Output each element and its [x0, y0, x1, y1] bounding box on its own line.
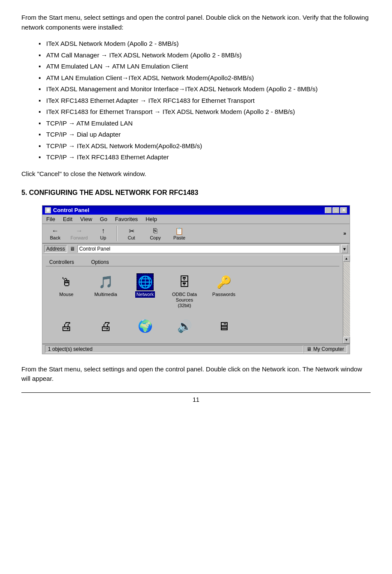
toolbar-more-button[interactable]: »	[342, 230, 348, 237]
section-header: 5. CONFIGURING THE ADSL NETWORK FOR RFC1…	[21, 189, 371, 197]
screenshot-window: 🖥 Control Panel _ □ ✕ File Edit View Go …	[42, 205, 350, 354]
icons-row-1: 🖱 Mouse 🎵 Multimedia 🌐 Network 🗄 ODBC Da…	[46, 270, 339, 313]
bullet-item-9: TCP/IP → Dial up Adapter	[39, 130, 371, 140]
status-right: 🖥 My Computer	[303, 345, 347, 353]
multimedia-icon: 🎵	[97, 273, 114, 290]
copy-icon: ⎘	[150, 227, 160, 235]
toolbar-paste-label: Paste	[173, 235, 185, 240]
internet-icon: 🌍	[137, 318, 154, 335]
icon-sounds[interactable]: 🔊	[167, 318, 202, 337]
icon-multimedia[interactable]: 🎵 Multimedia	[89, 273, 123, 309]
icons-row-2: 🖨 🖨 🌍 🔊 🖥	[46, 316, 339, 340]
scroll-down-button[interactable]: ▼	[343, 337, 350, 344]
icon-system[interactable]: 🖥	[207, 318, 241, 337]
toolbar-separator-1	[117, 226, 118, 241]
page-number: 11	[21, 392, 371, 403]
address-label: Address	[44, 245, 67, 253]
toolbar-back[interactable]: ← Back	[44, 225, 66, 242]
toolbar-forward[interactable]: → Forward	[68, 225, 90, 242]
passwords-icon: 🔑	[215, 273, 232, 290]
bullet-item-5: ITeX ADSL Management and Monitor Interfa…	[39, 84, 371, 94]
window-titlebar: 🖥 Control Panel _ □ ✕	[42, 206, 350, 215]
window-content: Controllers Options 🖱 Mouse 🎵 Multimedia…	[42, 254, 350, 344]
odbc-label: ODBC Data Sources (32bit)	[167, 291, 202, 309]
icon-internet[interactable]: 🌍	[128, 318, 162, 337]
odbc-icon: 🗄	[176, 273, 193, 290]
window-title: Control Panel	[53, 207, 89, 213]
toolbar-cut-label: Cut	[128, 235, 135, 240]
toolbar-back-label: Back	[50, 235, 60, 240]
options-label: Options	[91, 259, 109, 265]
toolbar-copy-label: Copy	[150, 235, 161, 240]
bullet-item-6: ITeX RFC1483 Ethernet Adapter → ITeX RFC…	[39, 96, 371, 106]
toolbar-forward-label: Forward	[71, 235, 88, 240]
toolbar-cut[interactable]: ✂ Cut	[120, 225, 143, 242]
regional-icon: 🖨	[97, 318, 114, 335]
toolbar-up-label: Up	[100, 235, 106, 240]
icon-mouse[interactable]: 🖱 Mouse	[49, 273, 83, 309]
bullet-item-8: TCP/IP → ATM Emulated LAN	[39, 119, 371, 129]
toolbar-up[interactable]: ↑ Up	[92, 225, 114, 242]
printers-label	[65, 336, 68, 337]
network-icon: 🌐	[137, 273, 154, 290]
cancel-text: Click "Cancel" to close the Network wind…	[21, 169, 371, 179]
window-icon: 🖥	[45, 207, 51, 213]
cut-icon: ✂	[126, 227, 137, 235]
bullet-list: ITeX ADSL Network Modem (Apollo 2 - 8MB/…	[39, 39, 371, 162]
system-icon: 🖥	[215, 318, 232, 335]
bullet-item-2: ATM Call Manager → ITeX ADSL Network Mod…	[39, 51, 371, 60]
icon-regional[interactable]: 🖨	[89, 318, 123, 337]
address-dropdown[interactable]: ▼	[341, 245, 348, 253]
toolbar: ← Back → Forward ↑ Up ✂ Cut ⎘ Copy 📋 Pas…	[42, 224, 350, 244]
mouse-label: Mouse	[58, 291, 74, 298]
icon-network[interactable]: 🌐 Network	[128, 273, 162, 309]
minimize-button[interactable]: _	[325, 207, 332, 213]
intro-paragraph: From the Start menu, select settings and…	[21, 13, 371, 32]
address-bar: Address 🖥 Control Panel ▼	[42, 244, 350, 254]
network-label: Network	[135, 291, 155, 298]
menu-edit[interactable]: Edit	[61, 215, 74, 223]
status-left: 1 object(s) selected	[45, 345, 303, 353]
menu-view[interactable]: View	[78, 215, 94, 223]
paste-icon: 📋	[174, 227, 184, 235]
menu-go[interactable]: Go	[98, 215, 109, 223]
mouse-icon: 🖱	[58, 273, 75, 290]
passwords-label: Passwords	[211, 291, 237, 298]
scrollbar[interactable]: ▲ ▼	[343, 255, 350, 344]
content-inner: Controllers Options 🖱 Mouse 🎵 Multimedia…	[42, 255, 343, 344]
my-computer-label: My Computer	[313, 346, 344, 352]
back-icon: ←	[50, 227, 60, 235]
my-computer-icon: 🖥	[306, 346, 312, 352]
bullet-item-4: ATM LAN Emulation Client→ITeX ADSL Netwo…	[39, 73, 371, 83]
bullet-item-11: TCP/IP → ITeX RFC1483 Ethernet Adapter	[39, 152, 371, 162]
bullet-item-7: ITeX RFC1483 for Ethernet Transport → IT…	[39, 107, 371, 117]
internet-label	[144, 336, 146, 337]
address-value: Control Panel	[77, 245, 339, 253]
icon-odbc[interactable]: 🗄 ODBC Data Sources (32bit)	[167, 273, 202, 309]
regional-label	[104, 336, 107, 337]
icon-printers[interactable]: 🖨	[49, 318, 83, 337]
scrollbar-track	[343, 262, 350, 337]
multimedia-label: Multimedia	[93, 291, 118, 298]
menu-file[interactable]: File	[44, 215, 57, 223]
scroll-up-button[interactable]: ▲	[343, 255, 350, 262]
sounds-label	[183, 336, 186, 337]
bullet-item-1: ITeX ADSL Network Modem (Apollo 2 - 8MB/…	[39, 39, 371, 49]
bottom-paragraph: From the Start menu, select settings and…	[21, 365, 371, 384]
content-top-labels: Controllers Options	[46, 258, 339, 266]
bullet-item-10: TCP/IP → ITeX ADSL Network Modem(Apollo2…	[39, 141, 371, 151]
forward-icon: →	[74, 227, 84, 235]
close-button[interactable]: ✕	[340, 207, 347, 213]
titlebar-buttons[interactable]: _ □ ✕	[325, 207, 347, 213]
sounds-icon: 🔊	[176, 318, 193, 335]
toolbar-copy[interactable]: ⎘ Copy	[144, 225, 166, 242]
maximize-button[interactable]: □	[333, 207, 339, 213]
menu-favorites[interactable]: Favorites	[113, 215, 140, 223]
menu-help[interactable]: Help	[143, 215, 159, 223]
status-bar: 1 object(s) selected 🖥 My Computer	[42, 344, 350, 354]
bullet-item-3: ATM Emulated LAN → ATM LAN Emulation Cli…	[39, 62, 371, 72]
toolbar-paste[interactable]: 📋 Paste	[168, 225, 190, 242]
address-icon: 🖥	[69, 245, 76, 252]
menu-bar[interactable]: File Edit View Go Favorites Help	[42, 215, 350, 224]
icon-passwords[interactable]: 🔑 Passwords	[207, 273, 241, 309]
